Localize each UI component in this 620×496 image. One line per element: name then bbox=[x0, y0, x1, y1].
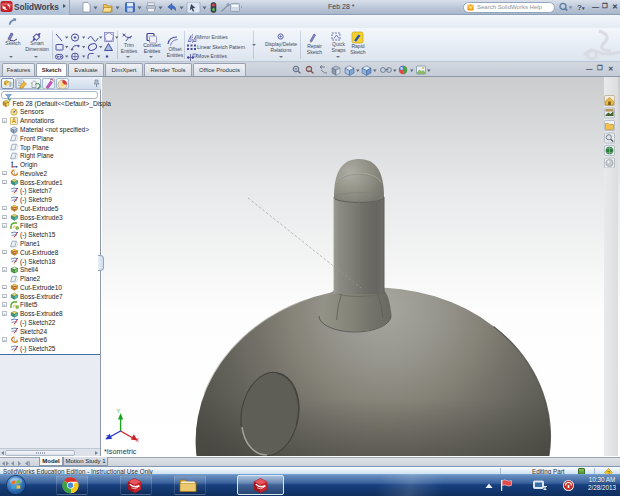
svg-text:Y: Y bbox=[117, 408, 121, 414]
svg-text:X: X bbox=[136, 437, 140, 443]
svg-text:A: A bbox=[12, 117, 17, 124]
